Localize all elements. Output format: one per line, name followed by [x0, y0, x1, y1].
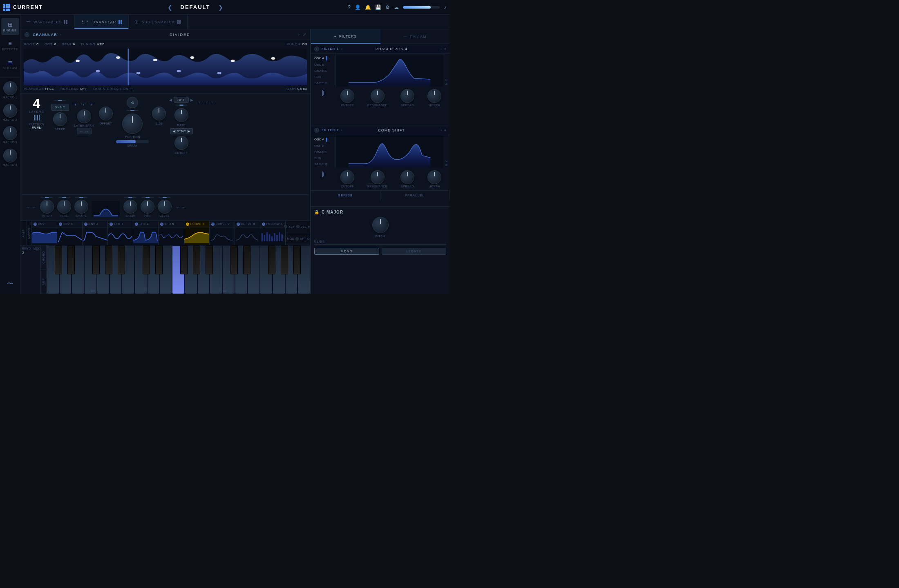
black-key-14[interactable]	[281, 245, 288, 274]
tab-fm-am[interactable]: 〰 FM / AM	[380, 29, 450, 44]
size-knob[interactable]	[152, 107, 166, 120]
filter2-spread-knob[interactable]	[400, 170, 414, 184]
hpf-next-button[interactable]: ▶	[190, 98, 193, 102]
glide-slider[interactable]	[314, 244, 446, 245]
layer-span-arrows[interactable]: ← →	[77, 128, 92, 134]
filter1-resonance-knob[interactable]	[371, 89, 385, 103]
macro1-knob[interactable]	[3, 81, 17, 95]
filter1-morph-knob[interactable]	[427, 89, 441, 103]
sidebar-item-engine[interactable]: ⊞ ENGINE	[1, 18, 19, 35]
black-key-11[interactable]	[230, 245, 238, 274]
filter1-eq-icon[interactable]	[319, 89, 327, 97]
mod-curve7-wave[interactable]	[210, 227, 235, 245]
cutoff-knob[interactable]	[174, 136, 188, 150]
tab-sub-sampler[interactable]: ◎ SUB | SAMPLER	[129, 15, 188, 29]
gain-value[interactable]: 0.0 dB	[297, 87, 307, 91]
tab-filters[interactable]: ⧞ FILTERS	[311, 29, 380, 44]
filter2-prev[interactable]: ‹	[341, 128, 342, 132]
preset-prev-button[interactable]: ❮	[168, 4, 172, 11]
semi-value[interactable]: 0	[73, 42, 75, 46]
filter2-adjust-icon[interactable]: ⧞	[444, 128, 446, 132]
black-key-10[interactable]	[206, 245, 213, 274]
pitch-big-knob[interactable]	[372, 217, 389, 233]
sidebar-item-effects[interactable]: ≡ EFFECTS	[1, 37, 19, 54]
reverse-value[interactable]: OFF	[80, 87, 87, 91]
playback-value[interactable]: FREE	[45, 87, 54, 91]
macro3-knob[interactable]	[3, 126, 17, 140]
tab-granular[interactable]: ⋮⋮ GRANULAR	[74, 15, 129, 29]
expand-icon[interactable]: ⤢	[303, 32, 306, 37]
notification-icon[interactable]: 🔔	[365, 4, 371, 10]
sidebar-item-stream[interactable]: ≣ STREAM	[1, 56, 19, 73]
fine-knob[interactable]	[57, 200, 71, 214]
tab-wavetables[interactable]: 〜 WAVETABLES	[20, 15, 74, 29]
chord-label[interactable]: CHORD	[41, 245, 46, 270]
sync-button[interactable]: SYNC	[51, 104, 69, 111]
mod-lfo3-wave[interactable]	[108, 227, 133, 245]
rate-sync-prev[interactable]: ◀	[173, 129, 175, 133]
filter1-prev[interactable]: ‹	[341, 47, 342, 51]
mod-env1-wave[interactable]	[57, 227, 82, 245]
root-value[interactable]: C	[36, 42, 39, 46]
mod-curve8-wave[interactable]	[235, 227, 260, 245]
oct-value[interactable]: 0	[54, 42, 56, 46]
black-key-8[interactable]	[180, 245, 188, 274]
punch-value[interactable]: ON	[302, 42, 307, 46]
filter2-sample[interactable]: SAMPLE	[313, 162, 333, 167]
layer-span-knob[interactable]	[77, 109, 91, 123]
offset-knob[interactable]	[99, 107, 113, 120]
volume-bar[interactable]	[403, 6, 440, 9]
series-button[interactable]: SERIES	[311, 191, 380, 200]
black-key-2[interactable]	[67, 245, 75, 274]
skew-knob[interactable]	[123, 200, 137, 214]
mod-env2-wave[interactable]	[83, 227, 107, 245]
filter2-sub[interactable]: SUB	[313, 156, 333, 161]
pan-knob[interactable]	[141, 200, 154, 214]
filter1-info-icon[interactable]: i	[314, 47, 319, 51]
black-key-1[interactable]	[55, 245, 62, 274]
black-key-13[interactable]	[268, 245, 275, 274]
black-key-4[interactable]	[105, 245, 112, 274]
preset-next-button[interactable]: ❯	[218, 4, 223, 11]
cloud-icon[interactable]: ☁	[394, 4, 399, 10]
macro2-knob[interactable]	[3, 104, 17, 118]
mono-button[interactable]: MONO	[314, 248, 379, 255]
hpf-prev-button[interactable]: ◀	[169, 98, 172, 102]
pitch-knob[interactable]	[40, 200, 54, 214]
position-knob[interactable]	[122, 114, 143, 134]
tuning-value[interactable]: KEY	[97, 42, 104, 46]
filter1-osc-b[interactable]: OSC B	[313, 62, 333, 67]
lock-icon[interactable]: 🔒	[314, 210, 319, 214]
filter2-morph-knob[interactable]	[427, 170, 441, 184]
filter1-grains[interactable]: GRAINS	[313, 68, 333, 74]
black-key-15[interactable]	[293, 245, 301, 274]
grain-dir-value[interactable]: →	[130, 87, 133, 91]
spray-slider[interactable]	[116, 140, 149, 143]
black-key-7[interactable]	[155, 245, 163, 274]
filter1-spread-knob[interactable]	[400, 89, 414, 103]
granular-info-icon[interactable]: i	[25, 32, 29, 37]
black-key-6[interactable]	[143, 245, 150, 274]
black-key-5[interactable]	[118, 245, 125, 274]
filter1-cutoff-knob[interactable]	[340, 89, 354, 103]
macro4-knob[interactable]	[3, 149, 17, 163]
save-icon[interactable]: 💾	[375, 4, 381, 10]
help-icon[interactable]: ?	[348, 4, 351, 10]
filter1-sub[interactable]: SUB	[313, 74, 333, 80]
parallel-button[interactable]: PARALLEL	[380, 191, 450, 200]
user-icon[interactable]: 👤	[355, 4, 361, 10]
shape-knob[interactable]	[74, 200, 88, 214]
mod-lfo5-wave[interactable]	[159, 227, 183, 245]
link-button[interactable]: ⟲	[127, 97, 138, 108]
mod-curve6-wave[interactable]	[184, 227, 209, 245]
filter2-info-icon[interactable]: i	[314, 128, 319, 133]
filter1-osc-a[interactable]: OSC A	[313, 56, 333, 61]
filter1-sample[interactable]: SAMPLE	[313, 80, 333, 86]
mod-lfo4-wave[interactable]	[133, 227, 158, 245]
filter1-next[interactable]: ›	[441, 47, 442, 51]
granular-next-icon[interactable]: ›	[298, 32, 300, 37]
arp-label[interactable]: ARP	[41, 270, 46, 294]
legato-button[interactable]: LEGATO	[382, 248, 447, 255]
black-key-3[interactable]	[92, 245, 100, 274]
settings-icon[interactable]: ⚙	[385, 4, 390, 10]
